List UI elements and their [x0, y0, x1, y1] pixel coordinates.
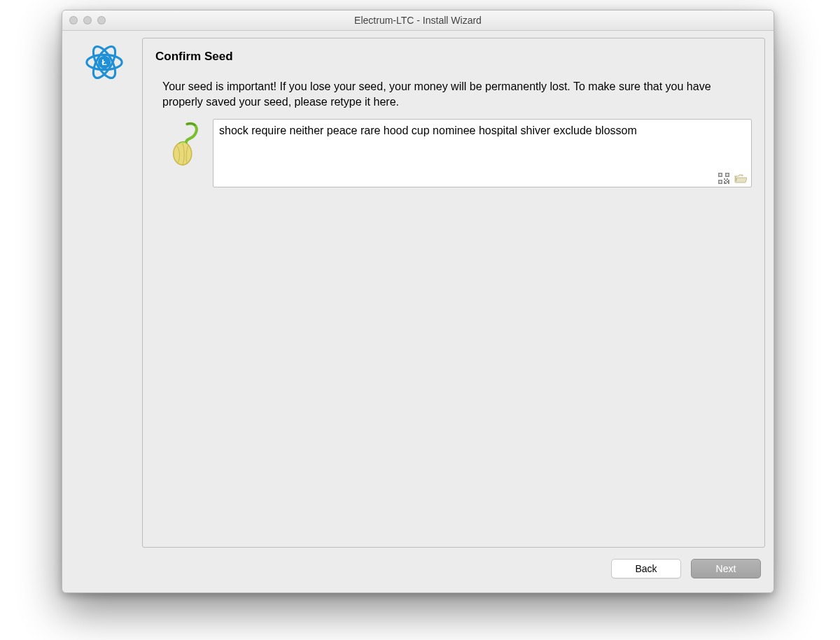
- svg-rect-11: [720, 181, 722, 183]
- window-title: Electrum-LTC - Install Wizard: [62, 15, 774, 26]
- install-wizard-window: Electrum-LTC - Install Wizard Ł: [62, 10, 774, 593]
- window-controls: [62, 16, 106, 24]
- seed-input-text[interactable]: shock require neither peace rare hood cu…: [219, 124, 746, 138]
- minimize-window-button[interactable]: [83, 16, 92, 24]
- svg-rect-12: [724, 178, 725, 180]
- svg-rect-15: [728, 180, 729, 181]
- seed-input[interactable]: shock require neither peace rare hood cu…: [213, 119, 752, 187]
- svg-text:Ł: Ł: [102, 57, 106, 66]
- svg-rect-9: [727, 174, 729, 176]
- svg-rect-19: [728, 183, 729, 184]
- svg-rect-14: [725, 180, 727, 181]
- titlebar: Electrum-LTC - Install Wizard: [62, 10, 774, 31]
- next-button[interactable]: Next: [691, 559, 761, 578]
- electrum-ltc-logo-icon: Ł: [83, 41, 126, 84]
- svg-rect-7: [720, 174, 722, 176]
- panel-heading: Confirm Seed: [155, 50, 752, 64]
- seed-sprout-icon: [162, 119, 207, 168]
- seed-instructions: Your seed is important! If you lose your…: [162, 79, 736, 109]
- wizard-panel: Confirm Seed Your seed is important! If …: [142, 38, 765, 548]
- back-button[interactable]: Back: [611, 559, 681, 578]
- svg-rect-17: [727, 181, 729, 183]
- svg-point-5: [174, 143, 192, 166]
- svg-rect-16: [724, 181, 725, 183]
- zoom-window-button[interactable]: [97, 16, 106, 24]
- folder-open-icon[interactable]: [734, 173, 747, 184]
- qr-code-icon[interactable]: [718, 173, 730, 184]
- wizard-footer: Back Next: [62, 548, 774, 592]
- svg-rect-13: [727, 178, 728, 180]
- svg-rect-18: [724, 183, 727, 184]
- close-window-button[interactable]: [69, 16, 78, 24]
